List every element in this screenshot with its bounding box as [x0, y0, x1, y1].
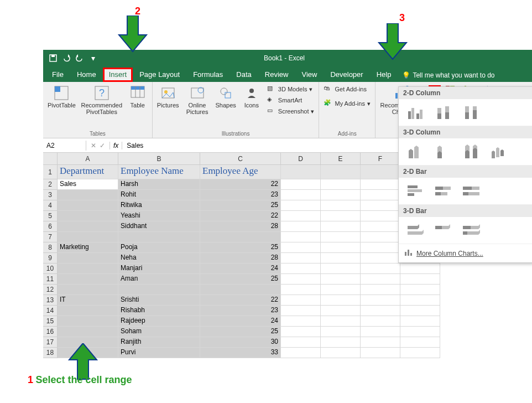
- cell[interactable]: 24: [200, 264, 281, 274]
- 100-stacked-column-button[interactable]: [461, 104, 483, 121]
- cell[interactable]: [321, 327, 361, 337]
- enter-icon[interactable]: ✓: [100, 142, 105, 149]
- cell[interactable]: [281, 253, 321, 264]
- cell[interactable]: Purvi: [118, 348, 200, 358]
- cell[interactable]: Marketing: [58, 242, 118, 253]
- more-column-charts-button[interactable]: More Column Charts...: [399, 244, 532, 262]
- cell[interactable]: [361, 327, 400, 337]
- fx-icon[interactable]: fx: [110, 142, 122, 149]
- cell[interactable]: 25: [200, 242, 281, 253]
- online-pictures-button[interactable]: Online Pictures: [184, 84, 211, 116]
- 100-stacked-bar-button[interactable]: [461, 182, 483, 200]
- cell[interactable]: [361, 190, 400, 200]
- 3d-clustered-column-button[interactable]: [405, 143, 427, 161]
- cell[interactable]: [361, 232, 400, 242]
- cell[interactable]: [281, 285, 321, 295]
- cell[interactable]: [321, 348, 361, 358]
- 3d-stacked-column-button[interactable]: [433, 143, 455, 161]
- cell[interactable]: [361, 264, 400, 274]
- cell[interactable]: [58, 316, 118, 327]
- cell[interactable]: 23: [200, 190, 281, 200]
- clustered-column-button[interactable]: [405, 104, 427, 121]
- col-header[interactable]: C: [200, 153, 281, 165]
- cell[interactable]: [281, 179, 321, 190]
- cell[interactable]: [361, 253, 400, 264]
- col-header[interactable]: E: [321, 153, 361, 165]
- cell[interactable]: [321, 264, 361, 274]
- row-header[interactable]: 6: [43, 221, 58, 232]
- pivot-table-button[interactable]: PivotTable: [46, 84, 77, 110]
- shapes-button[interactable]: Shapes: [215, 84, 237, 110]
- undo-icon[interactable]: [62, 54, 71, 63]
- cell[interactable]: [321, 253, 361, 264]
- cell[interactable]: [361, 221, 400, 232]
- cell[interactable]: [361, 306, 400, 316]
- cell[interactable]: [281, 337, 321, 348]
- recommended-pivot-button[interactable]: ? Recommended PivotTables: [80, 84, 123, 116]
- table-button[interactable]: Table: [127, 84, 149, 110]
- cell[interactable]: [58, 274, 118, 285]
- cell[interactable]: [281, 221, 321, 232]
- cell[interactable]: Ranjith: [118, 337, 200, 348]
- 3d-clustered-bar-button[interactable]: [405, 221, 427, 239]
- cell[interactable]: Aman: [118, 274, 200, 285]
- row-header[interactable]: 9: [43, 253, 58, 264]
- cell[interactable]: IT: [58, 295, 118, 306]
- cell[interactable]: [281, 264, 321, 274]
- cell[interactable]: 28: [200, 253, 281, 264]
- cell[interactable]: 25: [200, 327, 281, 337]
- cell[interactable]: Neha: [118, 253, 200, 264]
- cell[interactable]: [281, 274, 321, 285]
- cell[interactable]: [361, 337, 400, 348]
- cell[interactable]: Harsh: [118, 179, 200, 190]
- row-header[interactable]: 16: [43, 327, 58, 337]
- icons-button[interactable]: Icons: [241, 84, 263, 110]
- row-header[interactable]: 17: [43, 337, 58, 348]
- row-header[interactable]: 4: [43, 200, 58, 211]
- cell[interactable]: [200, 232, 281, 242]
- row-header[interactable]: 3: [43, 190, 58, 200]
- cell[interactable]: Pooja: [118, 242, 200, 253]
- cell[interactable]: 22: [200, 295, 281, 306]
- cell[interactable]: [321, 232, 361, 242]
- cell[interactable]: [58, 253, 118, 264]
- cell[interactable]: [281, 200, 321, 211]
- cell[interactable]: [321, 179, 361, 190]
- row-header[interactable]: 5: [43, 211, 58, 221]
- redo-icon[interactable]: [75, 54, 84, 63]
- cell[interactable]: [400, 285, 440, 295]
- cell[interactable]: [321, 211, 361, 221]
- row-header[interactable]: 13: [43, 295, 58, 306]
- cell[interactable]: [118, 285, 200, 295]
- cell[interactable]: 25: [200, 200, 281, 211]
- cancel-icon[interactable]: ✕: [91, 142, 96, 149]
- cell[interactable]: [321, 190, 361, 200]
- cell[interactable]: [361, 295, 400, 306]
- 3d-100-stacked-bar-button[interactable]: [461, 221, 483, 239]
- pictures-button[interactable]: Pictures: [156, 84, 180, 110]
- tab-data[interactable]: Data: [230, 68, 258, 82]
- cell[interactable]: [400, 348, 440, 358]
- cell[interactable]: [200, 285, 281, 295]
- cell[interactable]: [321, 285, 361, 295]
- cell[interactable]: 23: [200, 306, 281, 316]
- smartart-button[interactable]: ◈SmartArt: [266, 95, 316, 105]
- cell[interactable]: Rishabh: [118, 306, 200, 316]
- cell[interactable]: [281, 242, 321, 253]
- cell[interactable]: Employee Name: [118, 165, 200, 179]
- row-header[interactable]: 15: [43, 316, 58, 327]
- cell[interactable]: [400, 306, 440, 316]
- cell[interactable]: 28: [200, 221, 281, 232]
- cell[interactable]: 25: [200, 274, 281, 285]
- cell[interactable]: Srishti: [118, 295, 200, 306]
- tab-page-layout[interactable]: Page Layout: [133, 68, 186, 82]
- cell[interactable]: [321, 295, 361, 306]
- cell[interactable]: Siddhant: [118, 221, 200, 232]
- cell[interactable]: 33: [200, 348, 281, 358]
- cell[interactable]: [58, 327, 118, 337]
- col-header[interactable]: A: [58, 153, 118, 165]
- cell[interactable]: [400, 295, 440, 306]
- row-header[interactable]: 11: [43, 274, 58, 285]
- screenshot-button[interactable]: ▭Screenshot ▾: [266, 106, 316, 116]
- cell[interactable]: [281, 316, 321, 327]
